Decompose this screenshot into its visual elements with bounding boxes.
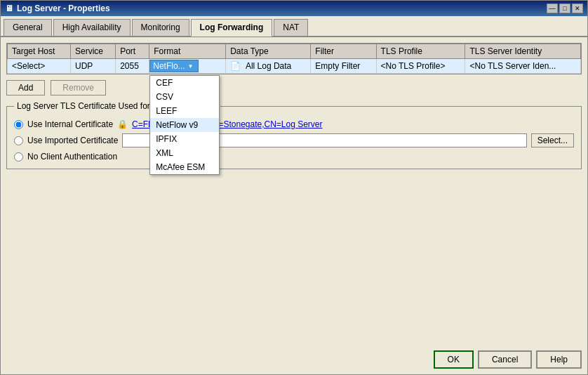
tab-log-forwarding[interactable]: Log Forwarding <box>191 19 273 37</box>
window-title: Log Server - Properties <box>17 4 110 13</box>
cert-icon: 🔒 <box>117 119 128 129</box>
main-window: 🖥 Log Server - Properties — □ ✕ General … <box>0 0 588 375</box>
cell-filter: Empty Filter <box>311 59 376 74</box>
table-row[interactable]: <Select> UDP 2055 NetFlo... ▼ <box>8 59 581 74</box>
col-tls-server-identity: TLS Server Identity <box>465 44 581 59</box>
add-button[interactable]: Add <box>6 80 45 96</box>
tab-bar: General High Availability Monitoring Log… <box>1 16 587 37</box>
dropdown-item-mcafee-esm[interactable]: McAfee ESM <box>150 160 219 174</box>
col-tls-profile: TLS Profile <box>376 44 465 59</box>
cell-tls-profile: <No TLS Profile> <box>376 59 465 74</box>
forwarding-table: Target Host Service Port Format Data Typ… <box>6 43 582 74</box>
window-icon: 🖥 <box>5 4 13 13</box>
action-buttons: Add Remove <box>6 80 582 96</box>
dropdown-arrow-icon: ▼ <box>188 63 194 70</box>
close-button[interactable]: ✕ <box>572 4 583 13</box>
maximize-button[interactable]: □ <box>559 4 570 13</box>
tab-nat[interactable]: NAT <box>274 19 308 36</box>
label-imported: Use Imported Certificate <box>27 136 118 145</box>
dropdown-item-cef[interactable]: CEF <box>150 76 219 90</box>
label-none: No Client Authentication <box>27 152 117 162</box>
col-format: Format <box>149 44 226 59</box>
cell-port: 2055 <box>116 59 149 74</box>
tab-general[interactable]: General <box>4 19 52 36</box>
tab-high-availability[interactable]: High Availability <box>53 19 131 36</box>
col-filter: Filter <box>311 44 376 59</box>
cancel-button[interactable]: Cancel <box>478 350 532 369</box>
col-port: Port <box>116 44 149 59</box>
tls-certificate-group: Log Server TLS Certificate Used for Forw… <box>6 101 582 169</box>
radio-none[interactable] <box>14 152 23 162</box>
label-internal: Use Internal Certificate <box>27 119 113 129</box>
tab-monitoring[interactable]: Monitoring <box>132 19 189 36</box>
radio-row-imported: Use Imported Certificate Select... <box>14 133 574 147</box>
select-cert-button[interactable]: Select... <box>531 133 574 147</box>
format-dropdown-button[interactable]: NetFlo... ▼ <box>149 60 199 72</box>
dropdown-item-xml[interactable]: XML <box>150 146 219 160</box>
dropdown-item-leef[interactable]: LEEF <box>150 104 219 118</box>
cell-format: NetFlo... ▼ CEF CSV LEEF NetFlow v9 IPFI… <box>149 59 226 74</box>
radio-row-internal: Use Internal Certificate 🔒 C=FR,O=Stones… <box>14 119 574 129</box>
remove-button[interactable]: Remove <box>51 80 106 96</box>
col-data-type: Data Type <box>226 44 311 59</box>
format-selected-value: NetFlo... <box>153 61 185 71</box>
cell-service: UDP <box>71 59 116 74</box>
dropdown-item-csv[interactable]: CSV <box>150 90 219 104</box>
title-bar-buttons: — □ ✕ <box>547 4 583 13</box>
title-bar: 🖥 Log Server - Properties — □ ✕ <box>1 1 587 16</box>
col-target-host: Target Host <box>8 44 71 59</box>
dropdown-item-netflow-v9[interactable]: NetFlow v9 <box>150 118 219 132</box>
help-button[interactable]: Help <box>536 350 582 369</box>
data-type-icon: 📄 <box>230 61 241 71</box>
cell-target-host: <Select> <box>8 59 71 74</box>
col-service: Service <box>71 44 116 59</box>
format-dropdown-menu: CEF CSV LEEF NetFlow v9 IPFIX XML McAfee… <box>149 75 220 175</box>
dropdown-item-ipfix[interactable]: IPFIX <box>150 132 219 146</box>
minimize-button[interactable]: — <box>547 4 558 13</box>
footer-buttons: OK Cancel Help <box>1 348 587 374</box>
ok-button[interactable]: OK <box>434 350 474 369</box>
main-content: Target Host Service Port Format Data Typ… <box>1 37 587 348</box>
radio-internal[interactable] <box>14 120 23 129</box>
cell-data-type: 📄 All Log Data <box>226 59 311 74</box>
radio-row-none: No Client Authentication <box>14 152 574 162</box>
radio-imported[interactable] <box>14 136 23 145</box>
cell-tls-server-identity: <No TLS Server Iden... <box>465 59 581 74</box>
